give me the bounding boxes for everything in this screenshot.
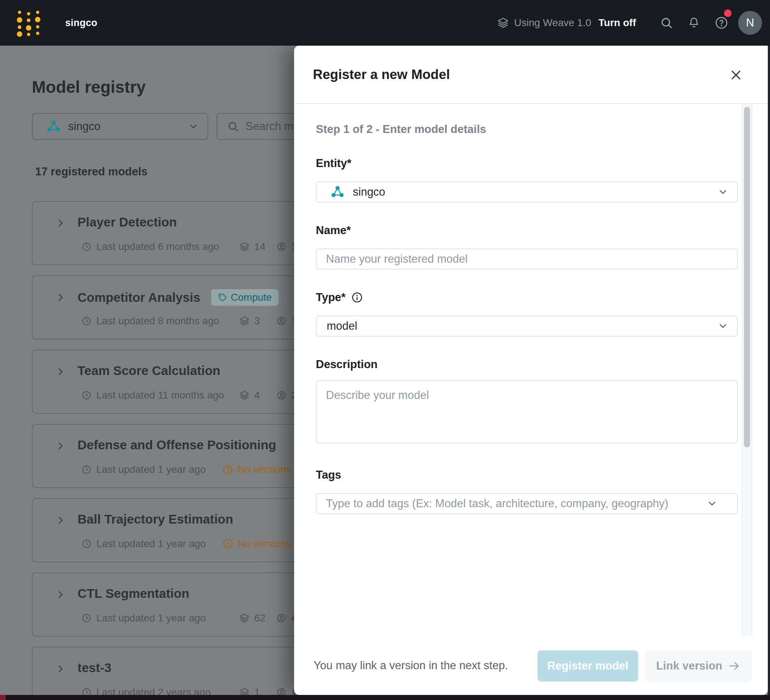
person-icon [276,390,287,401]
consumer-count: 1 [276,241,297,253]
modal-header: Register a new Model [294,45,768,104]
window-right-edge [768,45,770,700]
clock-icon [81,316,92,326]
type-label-text: Type* [316,291,346,304]
page-title: Model registry [32,77,146,97]
chevron-right-icon[interactable] [55,366,66,377]
name-input[interactable] [316,248,738,269]
wandb-logo-icon[interactable] [16,9,41,37]
versions-layers-icon [239,390,250,401]
versions-layers-icon [239,612,250,624]
modal-body: Step 1 of 2 - Enter model details Entity… [294,104,768,636]
model-card-title[interactable]: Team Score Calculation [78,363,220,378]
info-icon[interactable] [351,292,363,303]
weave-status-label: Using Weave 1.0 [514,17,592,29]
avatar[interactable]: N [738,11,762,35]
chevron-right-icon[interactable] [55,589,66,600]
chevron-down-icon [718,186,728,198]
modal-footer: You may link a version in the next step.… [294,636,768,695]
help-icon [715,16,728,30]
close-button[interactable] [727,66,745,84]
model-card-title[interactable]: Player Detection [78,215,177,229]
model-card-title[interactable]: CTL Segmentation [78,586,189,601]
last-updated: Last updated 1 year ago [81,464,206,475]
search-nav-button[interactable] [653,0,680,45]
modal-scrollbar-track[interactable] [742,104,752,636]
registered-models-count: 17 registered models [35,165,147,178]
clock-icon [81,612,92,624]
chevron-down-icon [188,121,199,132]
footer-hint: You may link a version in the next step. [314,636,508,695]
version-count: 62 [239,612,265,624]
team-icon [330,185,345,199]
type-select-value: model [327,319,357,332]
clock-icon [81,241,92,252]
notifications-button[interactable] [680,0,708,45]
person-icon [276,316,287,326]
window-bottom-edge [0,695,770,700]
close-icon [730,68,742,81]
warning-info-icon [222,464,233,475]
window-edge-accent [0,695,6,700]
last-updated: Last updated 6 months ago [81,241,219,253]
chevron-right-icon[interactable] [55,292,66,303]
last-updated: Last updated 8 months ago [81,315,219,327]
arrow-right-icon [728,660,740,672]
weave-turn-off-button[interactable]: Turn off [599,17,636,29]
last-updated: Last updated 11 months ago [81,389,224,401]
model-card-title[interactable]: Defense and Offense Positioning [78,438,276,452]
entity-select[interactable]: singco [316,181,738,203]
model-tag-badge[interactable]: Compute [211,289,278,306]
consumer-count: 2 [276,389,297,401]
description-textarea[interactable] [316,380,738,444]
model-card-title[interactable]: Competitor Analysis [78,290,200,305]
chevron-right-icon[interactable] [55,218,66,228]
tags-input[interactable] [316,493,738,514]
entity-label: Entity* [316,157,351,170]
chevron-right-icon[interactable] [55,515,66,526]
tags-label: Tags [316,468,341,481]
last-updated-text: Last updated 8 months ago [96,315,219,327]
entity-filter-select[interactable]: singco [32,113,208,140]
layers-icon [497,17,509,29]
search-placeholder: Search m [246,120,294,133]
version-count-value: 62 [254,612,265,624]
last-updated-text: Last updated 6 months ago [96,241,219,253]
person-icon [276,241,287,252]
bell-icon [687,16,701,30]
screen: singco Using Weave 1.0 Turn off N Model … [0,0,770,700]
chevron-right-icon[interactable] [55,663,66,674]
modal-title: Register a new Model [313,45,450,103]
no-versions-warning: No versions a [222,538,299,549]
version-count-value: 3 [254,315,260,327]
help-button[interactable] [708,0,735,45]
step-indicator: Step 1 of 2 - Enter model details [316,123,486,136]
no-versions-warning-text: No versions a [238,464,299,475]
no-versions-warning: No versions a [222,464,299,475]
last-updated-text: Last updated 1 year ago [96,538,206,549]
link-version-button[interactable]: Link version [645,650,752,682]
last-updated-text: Last updated 1 year ago [96,464,206,475]
version-count: 4 [239,389,260,401]
type-select[interactable]: model [316,316,738,337]
modal-scrollbar-thumb[interactable] [744,107,750,447]
model-tag-label: Compute [231,292,272,303]
clock-icon [81,464,92,475]
model-card-title[interactable]: test-3 [78,661,111,675]
version-count: 14 [239,241,265,253]
top-navbar: singco Using Weave 1.0 Turn off N [0,0,770,45]
notification-dot [724,10,731,17]
chevron-right-icon[interactable] [55,441,66,452]
chevron-down-icon[interactable] [707,498,718,509]
team-icon [46,119,61,134]
consumer-count: 1 [276,315,297,327]
register-model-modal: Register a new Model Step 1 of 2 - Enter… [294,45,768,695]
register-model-button[interactable]: Register model [537,650,638,682]
name-label: Name* [316,224,351,237]
versions-layers-icon [239,316,250,326]
last-updated: Last updated 1 year ago [81,538,206,549]
model-card-title[interactable]: Ball Trajectory Estimation [78,512,233,527]
last-updated: Last updated 1 year ago [81,612,206,624]
search-icon [660,16,673,30]
version-count-value: 14 [254,241,265,253]
